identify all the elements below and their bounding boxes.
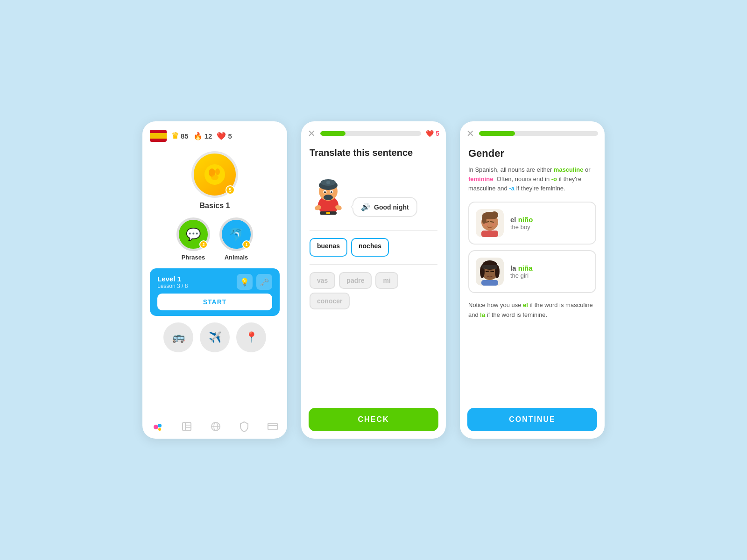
word-chip-vas[interactable]: vas <box>310 272 335 289</box>
svg-point-5 <box>158 424 162 427</box>
lightbulb-button[interactable]: 💡 <box>237 274 253 290</box>
svg-point-24 <box>331 191 332 193</box>
translate-top-bar: ✕ ❤️ 5 <box>301 121 446 143</box>
masculine-highlight: masculine <box>554 166 584 173</box>
home-header: ♛ 85 🔥 12 ❤️ 5 <box>142 121 287 147</box>
selected-word-1[interactable]: noches <box>351 238 389 257</box>
progress-bar-3 <box>479 131 598 136</box>
svg-point-25 <box>324 195 333 200</box>
animals-label: Animals <box>225 254 248 261</box>
svg-point-37 <box>484 223 488 226</box>
word-bank: vas padre mi conocer <box>310 272 437 309</box>
gender-title: Gender <box>468 147 596 160</box>
close-button[interactable]: ✕ <box>308 128 316 139</box>
flag-middle <box>150 133 167 138</box>
locked-lesson-2: ✈️ <box>200 322 230 352</box>
gender-body: Gender In Spanish, all nouns are either … <box>460 143 605 403</box>
close-button-3[interactable]: ✕ <box>466 128 474 139</box>
start-button[interactable]: START <box>157 294 272 310</box>
selected-word-0[interactable]: buenas <box>310 238 347 257</box>
book-icon <box>181 421 192 432</box>
gender-footer: CONTINUE <box>460 403 605 439</box>
character-area: 🔊 Good night <box>310 166 437 217</box>
card-icon <box>267 421 278 432</box>
flag-bottom <box>150 139 167 142</box>
translate-screen: ✕ ❤️ 5 Translate this sentence <box>301 121 446 439</box>
phrases-lesson[interactable]: 💬 2 Phrases <box>176 217 210 261</box>
star-icon <box>203 162 227 187</box>
duolingo-logo-icon <box>151 421 163 433</box>
sub-lessons-row: 💬 2 Phrases 🐬 1 Animals <box>176 217 253 261</box>
girl-word: la niña <box>510 264 533 272</box>
svg-point-3 <box>211 175 218 180</box>
gender-description: In Spanish, all nouns are either masculi… <box>468 165 596 193</box>
character-illustration <box>310 166 347 217</box>
speech-text: Good night <box>374 203 409 211</box>
el-article: el <box>510 216 518 224</box>
flag-icon <box>150 130 167 142</box>
basics-lesson-circle[interactable]: 5 <box>191 151 238 198</box>
heart-icon-2: ❤️ <box>426 130 434 137</box>
answer-area: buenas noches <box>310 238 437 257</box>
divider-2 <box>310 264 437 265</box>
girl-gender-card: la niña the girl <box>468 250 596 293</box>
boy-word: el niño <box>510 216 533 224</box>
svg-line-36 <box>491 222 493 222</box>
check-button[interactable]: CHECK <box>309 408 438 431</box>
nav-book[interactable] <box>181 421 192 433</box>
heart-count: 5 <box>228 132 232 140</box>
phrases-circle: 💬 2 <box>176 217 210 251</box>
level-header: Level 1 Lesson 3 / 8 💡 🗝️ <box>157 274 272 290</box>
fire-icon: 🔥 <box>193 132 203 140</box>
locked-lesson-3: 📍 <box>236 322 266 352</box>
girl-translation: the girl <box>510 272 533 279</box>
svg-point-38 <box>492 223 495 226</box>
crown-stat: ♛ 85 <box>171 131 189 141</box>
level-name: Level 1 <box>157 275 188 283</box>
svg-line-47 <box>491 271 493 272</box>
animals-badge: 1 <box>242 240 251 249</box>
audio-icon[interactable]: 🔊 <box>361 203 370 211</box>
nino-word: niño <box>518 216 533 224</box>
svg-rect-14 <box>268 423 277 430</box>
svg-rect-45 <box>482 265 497 269</box>
svg-point-20 <box>326 181 330 184</box>
o-ending-highlight: -o <box>551 175 557 182</box>
svg-point-4 <box>154 425 158 429</box>
word-chip-mi[interactable]: mi <box>375 272 398 289</box>
shield-icon <box>239 421 249 432</box>
svg-point-33 <box>482 215 486 224</box>
gender-top-bar: ✕ <box>460 121 605 143</box>
svg-point-23 <box>324 191 326 193</box>
el-note-highlight: el <box>523 301 528 308</box>
animals-emoji: 🐬 <box>229 227 244 242</box>
word-chip-conocer[interactable]: conocer <box>310 293 350 309</box>
bottom-nav <box>142 416 287 439</box>
locked-lessons-row: 🚌 ✈️ 📍 <box>163 322 266 352</box>
home-screen: ♛ 85 🔥 12 ❤️ 5 5 <box>142 121 287 439</box>
feminine-highlight: feminine <box>468 175 493 182</box>
a-ending-highlight: -a <box>509 185 514 192</box>
nav-shield[interactable] <box>239 421 249 433</box>
locked-lesson-1: 🚌 <box>163 322 193 352</box>
hearts-display: ❤️ 5 <box>426 130 439 137</box>
word-chip-padre[interactable]: padre <box>339 272 372 289</box>
heart-count-2: 5 <box>436 130 439 137</box>
svg-point-34 <box>491 211 498 219</box>
progress-fill <box>320 131 345 136</box>
nav-globe[interactable] <box>210 421 221 433</box>
boy-card-text: el niño the boy <box>510 216 533 231</box>
svg-line-46 <box>486 271 489 272</box>
boy-translation: the boy <box>510 224 533 231</box>
la-note-highlight: la <box>480 311 485 318</box>
nav-card[interactable] <box>267 421 278 433</box>
level-info: Level 1 Lesson 3 / 8 <box>157 275 188 289</box>
speech-bubble: 🔊 Good night <box>352 197 417 217</box>
svg-point-2 <box>215 168 220 175</box>
animals-lesson[interactable]: 🐬 1 Animals <box>219 217 253 261</box>
key-button[interactable]: 🗝️ <box>256 274 272 290</box>
svg-line-35 <box>486 222 489 222</box>
nav-home[interactable] <box>151 421 163 433</box>
continue-button[interactable]: CONTINUE <box>467 408 597 431</box>
boy-gender-card: el niño the boy <box>468 202 596 245</box>
